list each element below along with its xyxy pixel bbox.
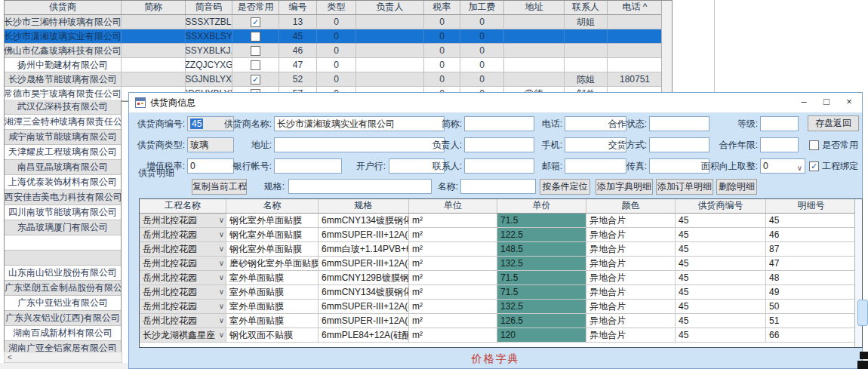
column-header-3[interactable]: 简音码: [186, 1, 232, 14]
table-row[interactable]: 长沙市三湘特种玻璃有限公司CSSSXTZBL...13000胡姐: [5, 15, 672, 29]
list-item[interactable]: 湘潭三金特种玻璃有限责任公司: [5, 115, 121, 130]
grade-field[interactable]: [760, 116, 799, 131]
detail-cell[interactable]: 岳州北控花园∨: [140, 314, 226, 328]
chevron-down-icon[interactable]: ∨: [219, 228, 224, 241]
leader-field[interactable]: [464, 137, 534, 152]
list-item[interactable]: 西安佳吉美电力科技有限公司: [5, 190, 121, 205]
list-item[interactable]: 武汉亿深科技有限公司: [5, 100, 121, 115]
chevron-down-icon[interactable]: ∨: [219, 214, 224, 227]
detail-table-row[interactable]: 岳州北控花园∨室外单面贴膜6mmSUPER-III+12A(硅...m²126.…: [140, 314, 862, 328]
maximize-button[interactable]: □: [815, 93, 838, 112]
list-item[interactable]: 咸宁南玻节能玻璃有限公司: [5, 130, 121, 145]
column-header-9[interactable]: 加工费: [460, 1, 504, 14]
delete-detail-button[interactable]: 删除明细: [716, 179, 757, 195]
spec-filter-input[interactable]: [288, 179, 432, 194]
detail-column-header-5[interactable]: 单价: [497, 199, 586, 213]
column-header-8[interactable]: 税率: [424, 1, 460, 14]
detail-table-row[interactable]: 岳州北控花园∨室外单面贴膜6mmSUPER-III+12A(硅...m²132.…: [140, 300, 862, 314]
detail-cell[interactable]: 岳州北控花园∨: [140, 214, 226, 228]
detail-table-row[interactable]: 岳州北控花园∨室外单面贴膜6mmCNY129B镀膜钢化m²71.5异地合片454…: [140, 271, 862, 285]
detail-table-row[interactable]: 岳州北控花园∨钢化室外单面贴膜6mmSUPER-III+12A(硅...m²12…: [140, 228, 862, 242]
detail-cell[interactable]: 岳州北控花园∨: [140, 228, 226, 242]
coop-years-field[interactable]: [760, 137, 799, 152]
chevron-down-icon[interactable]: ∨: [797, 161, 802, 174]
column-header-2[interactable]: 简称: [122, 1, 186, 14]
chevron-down-icon[interactable]: ∨: [219, 242, 224, 256]
short-name-field[interactable]: [464, 116, 534, 131]
scroll-left-icon[interactable]: <: [5, 352, 15, 362]
list-item[interactable]: 天津耀皮工程玻璃有限公司: [5, 145, 121, 160]
locate-by-condition-button[interactable]: 按条件定位: [540, 179, 590, 195]
chevron-down-icon[interactable]: ∨: [219, 257, 224, 270]
detail-cell[interactable]: 岳州北控花园∨: [140, 285, 226, 300]
detail-cell[interactable]: 岳州北控花园∨: [140, 271, 226, 285]
list-item[interactable]: 湖南百成新材料有限公司: [5, 326, 121, 341]
chevron-down-icon[interactable]: ∨: [219, 314, 224, 327]
chevron-down-icon[interactable]: ∨: [219, 285, 224, 299]
close-button[interactable]: ×: [838, 93, 860, 112]
common-use-checkbox[interactable]: [251, 17, 260, 27]
detail-table-row[interactable]: 岳州北控花园∨钢化室外单面贴膜6mm白玻+1.14PVB+6mm...m²148…: [140, 242, 862, 257]
common-use-checkbox[interactable]: [251, 32, 260, 42]
column-header-1[interactable]: 供货商: [5, 1, 122, 14]
table-row[interactable]: 佛山市亿鑫玻璃科技有限公司FSSYXBLKJ...46000: [5, 44, 672, 58]
detail-column-header-1[interactable]: 工程名称: [140, 199, 226, 213]
list-item[interactable]: 湖南广亚全铝家居有限公司: [5, 341, 121, 352]
add-order-detail-button[interactable]: 添加订单明细: [656, 179, 713, 195]
project-bind-checkbox-box[interactable]: [809, 161, 819, 171]
column-header-12[interactable]: 电话 ^: [608, 1, 663, 14]
supplier-list-horizontal-scrollbar[interactable]: <: [4, 352, 122, 363]
detail-table-row[interactable]: 岳州北控花园∨磨砂钢化室外单面贴膜6mmSUPER-III+12A(硅...m²…: [140, 257, 862, 271]
list-item[interactable]: 南昌亚晶玻璃有限公司: [5, 160, 121, 175]
chevron-down-icon[interactable]: ∨: [219, 328, 224, 342]
chevron-down-icon[interactable]: ∨: [219, 271, 224, 284]
delivery-mode-field[interactable]: [649, 137, 709, 152]
column-header-7[interactable]: 负责人: [356, 1, 424, 14]
column-header-4[interactable]: 是否常用: [232, 1, 279, 14]
area-round-combobox[interactable]: 0 ∨: [760, 158, 805, 174]
table-row[interactable]: 长沙市潇湘玻璃实业有限公司CSSXXBLSY...45000: [5, 29, 672, 44]
project-bind-checkbox[interactable]: 工程绑定: [809, 158, 858, 174]
list-item[interactable]: 广东兴发铝业(江西)有限公司: [5, 311, 121, 326]
copy-current-project-button[interactable]: 复制当前工程: [192, 179, 247, 195]
common-use-checkbox[interactable]: [251, 75, 260, 85]
list-item[interactable]: 广东中亚铝业有限公司: [5, 296, 121, 311]
column-header-6[interactable]: 类型: [317, 1, 356, 14]
address-field[interactable]: [274, 137, 445, 152]
list-item[interactable]: 东晶玻璃厦门有限公司: [5, 220, 121, 235]
detail-column-header-6[interactable]: 颜色: [586, 199, 676, 213]
minimize-button[interactable]: –: [793, 93, 815, 112]
detail-cell[interactable]: 岳州北控花园∨: [140, 242, 226, 257]
detail-column-header-7[interactable]: 供货商编号: [676, 199, 766, 213]
chevron-down-icon[interactable]: ∨: [219, 300, 224, 313]
column-header-5[interactable]: 编号: [279, 1, 317, 14]
column-header-11[interactable]: 联系人: [565, 1, 608, 14]
add-dictionary-detail-button[interactable]: 添加字典明细: [596, 179, 653, 195]
supplier-name-field[interactable]: 长沙市潇湘玻璃实业有限公司: [274, 116, 445, 131]
detail-cell[interactable]: 长沙龙湖祺鑫星座∨: [140, 328, 226, 343]
suppliers-vertical-scrollbar[interactable]: [661, 1, 672, 101]
detail-column-header-4[interactable]: 单位: [409, 199, 497, 213]
detail-column-header-8[interactable]: 明细号: [766, 199, 857, 213]
common-use-checkbox[interactable]: [251, 60, 260, 70]
common-checkbox[interactable]: 是否常用: [809, 137, 858, 152]
detail-cell[interactable]: 岳州北控花园∨: [140, 257, 226, 271]
common-checkbox-box[interactable]: [809, 140, 819, 150]
detail-table-row[interactable]: 长沙龙湖祺鑫星座∨钢化双面不贴膜6mmPLE84+12A(硅酮胶...m²120…: [140, 328, 862, 343]
detail-table-row[interactable]: 岳州北控花园∨钢化室外单面贴膜6mmCNY134镀膜钢化m²71.5异地合片45…: [140, 214, 862, 228]
bank-account-field[interactable]: [274, 158, 342, 174]
name-filter-input[interactable]: [460, 179, 536, 194]
list-item[interactable]: [5, 235, 121, 251]
contact-field[interactable]: [464, 158, 534, 174]
detail-column-header-3[interactable]: 规格: [319, 199, 409, 213]
table-row[interactable]: 长沙晟格节能玻璃有限公司CSSGJNBLYXGS52000陈姐180751: [5, 72, 672, 87]
table-row[interactable]: 扬州中勤建材有限公司YZZQJCYXGS47000: [5, 58, 672, 72]
list-item[interactable]: 广东坚朗五金制品股份有限公司: [5, 281, 121, 296]
dialog-titlebar[interactable]: 供货商信息 – □ ×: [129, 93, 862, 112]
common-use-checkbox[interactable]: [251, 46, 260, 56]
detail-table-row[interactable]: 岳州北控花园∨室外单面贴膜6mmCNY134镀膜钢化m²71.5异地合片4549: [140, 285, 862, 300]
list-item[interactable]: 四川南玻节能玻璃有限公司: [5, 205, 121, 220]
column-header-10[interactable]: 地址: [504, 1, 565, 14]
list-item[interactable]: 上海优泰装饰材料有限公司: [5, 175, 121, 190]
list-item[interactable]: 山东南山铝业股份有限公司: [5, 266, 121, 281]
